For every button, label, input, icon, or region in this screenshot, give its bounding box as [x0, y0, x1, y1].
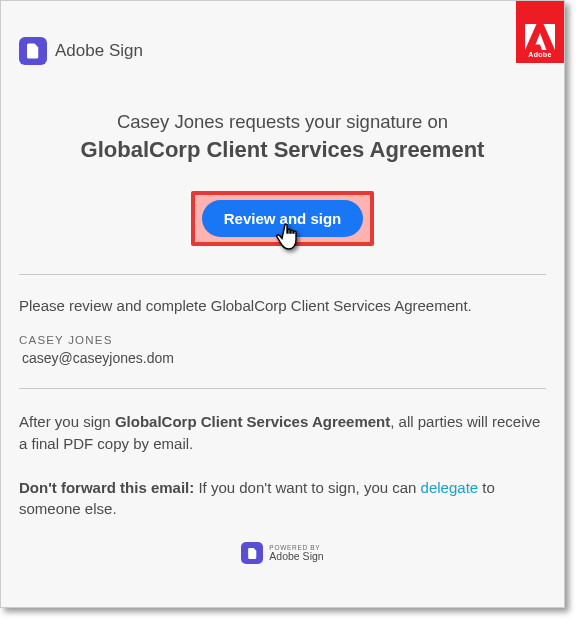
powered-text: POWERED BY Adobe Sign [269, 545, 323, 562]
instruction-text: Please review and complete GlobalCorp Cl… [19, 297, 546, 314]
cta-area: Review and sign [1, 191, 564, 246]
title-block: Casey Jones requests your signature on G… [1, 63, 564, 163]
after-sign-note: After you sign GlobalCorp Client Service… [19, 411, 546, 455]
powered-by: POWERED BY Adobe Sign [1, 542, 564, 578]
adobe-sign-icon [241, 542, 263, 564]
sender-name: CASEY JONES [19, 334, 546, 346]
footer-section: After you sign GlobalCorp Client Service… [1, 389, 564, 542]
brand-logo: Adobe Sign [19, 37, 143, 65]
body-section: Please review and complete GlobalCorp Cl… [1, 275, 564, 388]
powered-brand: Adobe Sign [269, 551, 323, 562]
cta-highlight: Review and sign [191, 191, 375, 246]
delegate-link[interactable]: delegate [421, 479, 479, 496]
forward-bold: Don't forward this email: [19, 479, 194, 496]
forward-text1: If you don't want to sign, you can [194, 479, 420, 496]
header: Adobe Sign Adobe [1, 1, 564, 63]
sender-email: casey@caseyjones.dom [19, 350, 546, 366]
brand-name: Adobe Sign [55, 41, 143, 61]
adobe-badge: Adobe [516, 1, 564, 63]
after-sign-prefix: After you sign [19, 413, 115, 430]
forward-warning: Don't forward this email: If you don't w… [19, 477, 546, 521]
after-sign-doc: GlobalCorp Client Services Agreement [115, 413, 390, 430]
adobe-a-icon [525, 24, 555, 50]
svg-rect-0 [282, 235, 283, 238]
adobe-badge-text: Adobe [528, 51, 551, 58]
adobe-sign-icon [19, 37, 47, 65]
email-card: Adobe Sign Adobe Casey Jones requests yo… [0, 0, 565, 608]
document-title: GlobalCorp Client Services Agreement [21, 137, 544, 163]
request-line: Casey Jones requests your signature on [21, 111, 544, 133]
cursor-pointer-icon [276, 223, 304, 259]
